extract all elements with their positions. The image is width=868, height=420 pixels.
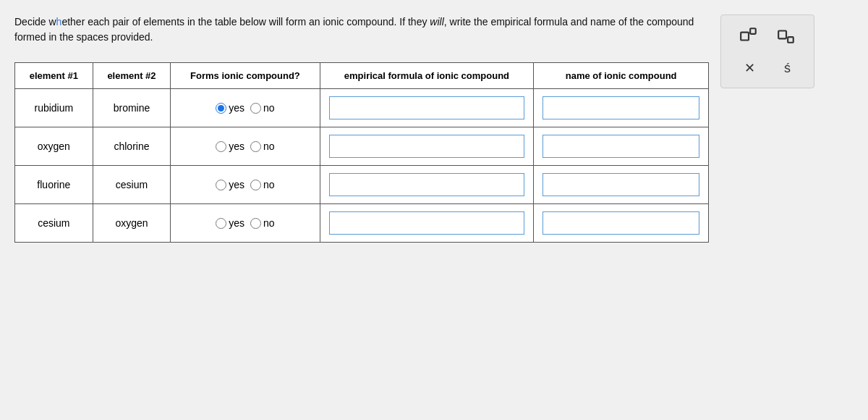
table-row: oxygenchlorineyesno	[15, 127, 709, 166]
cell-name[interactable]	[534, 204, 709, 243]
cell-forms-ionic[interactable]: yesno	[171, 166, 320, 204]
empirical-formula-input[interactable]	[329, 173, 525, 196]
table-row: cesiumoxygenyesno	[15, 204, 709, 243]
name-input[interactable]	[542, 135, 699, 158]
label-yes[interactable]: yes	[216, 217, 244, 229]
svg-rect-2	[778, 31, 786, 39]
label-yes[interactable]: yes	[216, 140, 244, 152]
cell-empirical-formula[interactable]	[320, 204, 534, 243]
cell-empirical-formula[interactable]	[320, 89, 534, 127]
cell-forms-ionic[interactable]: yesno	[171, 89, 320, 127]
radio-yes[interactable]	[216, 141, 226, 152]
cell-forms-ionic[interactable]: yesno	[171, 127, 320, 166]
subscript-icon-btn[interactable]	[775, 24, 798, 47]
radio-no[interactable]	[250, 141, 261, 152]
sidebar-icons-row	[730, 24, 805, 47]
cell-element1: oxygen	[15, 127, 93, 166]
header-forms-ionic: Forms ionic compound?	[171, 63, 320, 89]
cell-element2: bromine	[93, 89, 171, 127]
radio-no[interactable]	[250, 180, 261, 190]
empirical-formula-input[interactable]	[329, 211, 525, 235]
radio-no[interactable]	[250, 218, 261, 229]
label-no[interactable]: no	[250, 217, 275, 229]
label-no[interactable]: no	[250, 102, 275, 114]
cell-element1: cesium	[15, 204, 93, 243]
table-row: fluorinecesiumyesno	[15, 166, 709, 204]
cell-forms-ionic[interactable]: yesno	[171, 204, 320, 243]
header-element1: element #1	[15, 63, 93, 89]
cell-empirical-formula[interactable]	[320, 127, 534, 166]
radio-yes[interactable]	[216, 218, 226, 229]
superscript-icon-btn[interactable]	[737, 24, 760, 47]
name-input[interactable]	[542, 173, 699, 196]
radio-no[interactable]	[250, 103, 261, 114]
undo-button[interactable]: ś	[781, 58, 793, 79]
cell-name[interactable]	[534, 127, 709, 166]
cell-element1: rubidium	[15, 89, 93, 127]
ionic-compound-table: element #1 element #2 Forms ionic compou…	[14, 62, 709, 243]
svg-rect-3	[788, 37, 793, 43]
table-row: rubidiumbromineyesno	[15, 89, 709, 127]
cell-element2: cesium	[93, 166, 171, 204]
radio-group: yesno	[179, 140, 310, 152]
sidebar-panel: ✕ ś	[720, 14, 814, 88]
label-no[interactable]: no	[250, 179, 275, 190]
radio-group: yesno	[179, 217, 310, 229]
radio-group: yesno	[179, 179, 310, 190]
label-yes[interactable]: yes	[216, 179, 244, 190]
name-input[interactable]	[542, 211, 699, 235]
radio-yes[interactable]	[216, 180, 226, 190]
header-name: name of ionic compound	[534, 63, 709, 89]
cell-element1: fluorine	[15, 166, 93, 204]
label-yes[interactable]: yes	[216, 102, 244, 114]
radio-yes[interactable]	[216, 103, 226, 114]
cell-name[interactable]	[534, 166, 709, 204]
main-content: Decide whether each pair of elements in …	[14, 14, 709, 243]
close-button[interactable]: ✕	[741, 57, 758, 79]
empirical-formula-input[interactable]	[329, 96, 525, 119]
label-no[interactable]: no	[250, 140, 275, 152]
radio-group: yesno	[179, 102, 310, 114]
cell-empirical-formula[interactable]	[320, 166, 534, 204]
empirical-formula-input[interactable]	[329, 135, 525, 158]
svg-rect-0	[741, 33, 749, 41]
sidebar-actions-row: ✕ ś	[730, 57, 805, 79]
cell-element2: chlorine	[93, 127, 171, 166]
svg-rect-1	[750, 28, 756, 34]
header-element2: element #2	[93, 63, 171, 89]
cell-name[interactable]	[534, 89, 709, 127]
instructions-text: Decide whether each pair of elements in …	[14, 14, 709, 45]
header-empirical-formula: empirical formula of ionic compound	[320, 63, 534, 89]
cell-element2: oxygen	[93, 204, 171, 243]
name-input[interactable]	[542, 96, 699, 119]
